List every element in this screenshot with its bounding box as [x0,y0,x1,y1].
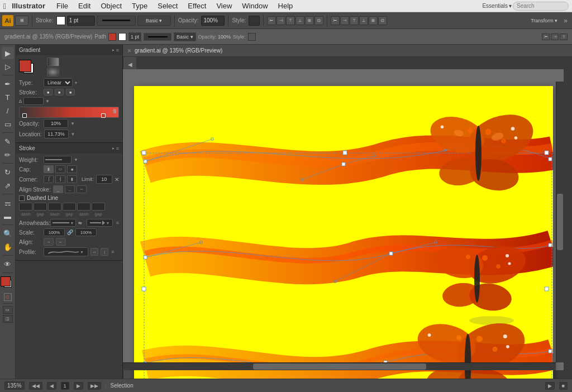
align-center[interactable]: ⎯ [53,185,63,193]
align-inside[interactable]: ⎵ [65,185,75,193]
path-style-swatch[interactable] [248,33,256,41]
align-btn-5[interactable]: ⊞ [305,16,314,25]
arrowhead-end-select[interactable]: ▼ [87,219,112,227]
align-btn-4[interactable]: ⊥ [295,16,304,25]
transform-btn[interactable]: Transform ▾ [528,18,560,23]
line-tool[interactable]: / [2,104,14,117]
corner-miter[interactable]: ⎧ [44,175,54,183]
style-input[interactable] [249,16,260,26]
angle-input-box[interactable] [23,97,44,105]
zoom-tool[interactable]: 🔍 [2,227,14,240]
path-align-2[interactable]: ⊣ [551,34,559,40]
location-dropdown[interactable]: ▼ [71,132,75,137]
arrowhead-overflow-icon[interactable]: ≡ [116,220,119,226]
gap-1[interactable] [34,203,47,211]
align-btn-1[interactable]: ⊢ [267,16,276,25]
scale-start-input[interactable]: 100% [44,228,65,236]
opacity-input[interactable]: 100% [201,16,225,26]
limit-input[interactable]: 10 [96,175,112,184]
menu-type[interactable]: Type [127,1,152,11]
stroke-section-menu-icon[interactable]: ≡ [116,146,119,151]
paintbrush-tool[interactable]: ✎ [2,135,14,147]
fill-color-box[interactable] [1,276,11,286]
dist-btn-4[interactable]: ⊥ [359,16,368,25]
none-icon[interactable]: ∅ [4,293,12,301]
type-select[interactable]: Linear Radial [44,78,73,87]
cap-square[interactable]: ■ [67,165,77,173]
h-scrollbar-thumb[interactable] [253,364,426,370]
eyedropper-tool[interactable]: 👁 [2,258,14,270]
dist-btn-1[interactable]: ⊢ [331,16,340,25]
dist-btn-2[interactable]: ⊣ [340,16,349,25]
pen-tool[interactable]: ✒ [2,78,14,90]
rotate-tool[interactable]: ↻ [2,166,14,178]
drawing-mode-behind[interactable]: ◫ [3,315,13,323]
close-icon[interactable]: × [127,47,131,55]
gradient-menu-icon[interactable]: ≡ [116,47,119,53]
dash-1[interactable] [19,203,32,211]
pencil-tool[interactable]: ✏ [2,149,14,161]
menu-edit[interactable]: Edit [74,1,95,11]
foreground-swatch[interactable] [19,60,31,72]
gradient-header[interactable]: Gradient ▸ ≡ [16,45,122,55]
rect-tool[interactable]: ▭ [2,118,14,130]
type-tool[interactable]: T [2,91,14,103]
align-btn-2[interactable]: ⊣ [277,16,285,25]
align-btn-6[interactable]: ⊡ [314,16,323,25]
limit-close-icon[interactable]: ✕ [115,176,119,183]
gap-3[interactable] [92,203,105,211]
opacity-dropdown[interactable]: ▼ [70,121,75,126]
page-number[interactable]: 1 [61,382,69,390]
hand-tool[interactable]: ✋ [2,241,14,253]
menu-select[interactable]: Select [153,1,182,11]
toolbar-overflow-btn[interactable]: » [561,17,570,25]
align-btn-stroke-1[interactable]: → [44,238,54,246]
cap-butt[interactable]: ▮ [44,165,54,173]
path-stroke-weight[interactable]: 1 pt [128,32,141,41]
nav-prev-btn[interactable]: ◀◀ [29,382,42,390]
path-stroke-style[interactable] [144,33,171,41]
right-tool-1[interactable]: ◀ [125,59,135,69]
zoom-level-input[interactable]: 135% [4,381,25,390]
path-fill-swatch[interactable] [108,33,116,41]
align-outside[interactable]: ⎶ [77,185,87,193]
stroke-style-selector[interactable] [97,16,136,26]
scale-icon[interactable]: 🔗 [67,230,73,235]
stroke-icon-2[interactable]: ■ [55,89,64,95]
menu-window[interactable]: Window [237,1,272,11]
cap-round[interactable]: ▭ [55,165,65,173]
nav-last-btn[interactable]: ▶▶ [88,382,101,390]
dashed-checkbox[interactable] [19,195,25,201]
status-play-btn[interactable]: ▶ [545,382,555,390]
dash-2[interactable] [48,203,61,211]
stroke-section-header[interactable]: Stroke ▸ ≡ [16,143,122,154]
menu-help[interactable]: Help [274,1,298,11]
vertical-scrollbar[interactable] [556,82,564,362]
stroke-color-swatch[interactable] [56,16,65,25]
weight-dropdown-icon[interactable]: ▼ [74,157,78,162]
profile-select[interactable]: ▼ [44,247,88,256]
menu-file[interactable]: File [52,1,73,11]
nav-fwd-btn[interactable]: ▶ [74,382,83,390]
path-stroke-swatch[interactable] [118,33,126,41]
horizontal-scrollbar[interactable] [123,362,556,370]
drawing-mode-normal[interactable]: ▭ [3,306,13,314]
corner-bevel[interactable]: ▮ [67,175,77,183]
profile-flip-h[interactable]: ↔ [90,248,98,256]
selection-tool[interactable]: ▶ [2,47,14,59]
menu-view[interactable]: View [212,1,236,11]
direct-selection-tool[interactable]: ▷ [2,60,14,73]
v-scrollbar-thumb[interactable] [557,194,563,250]
arrowhead-start-select[interactable]: ▼ [50,219,76,227]
profile-flip-v[interactable]: ↕ [101,248,108,256]
scale-tool[interactable]: ⇗ [2,179,14,192]
toolbar-view-options[interactable]: ⊞ [15,16,28,26]
stroke-profile-selector[interactable]: Basic ▾ [137,16,171,26]
gradient-slider[interactable]: 🗑 [19,107,119,118]
path-align-1[interactable]: ⊢ [542,34,550,40]
stroke-icon-3[interactable]: ■ [66,89,75,95]
path-align-3[interactable]: ⊤ [560,34,568,40]
dist-btn-3[interactable]: ⊤ [350,16,359,25]
gradient-delete-icon[interactable]: 🗑 [112,108,117,114]
gap-2[interactable] [63,203,76,211]
